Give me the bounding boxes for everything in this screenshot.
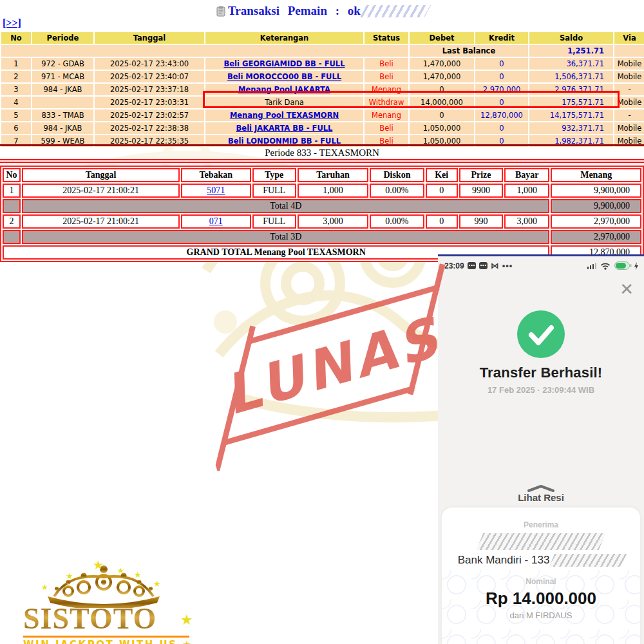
col-debet: Debet — [410, 32, 474, 44]
tebakan-link[interactable]: 5071 — [207, 185, 225, 195]
status-time: 23:09 — [444, 261, 464, 270]
col-via: Via — [614, 32, 644, 44]
cell-tanggal: 2025-02-17 23:03:31 — [95, 97, 204, 108]
keterangan-link[interactable]: Beli MOROCCO00 BB - FULL — [227, 72, 341, 81]
star-icon: ★ — [117, 567, 124, 574]
keterangan-link[interactable]: Beli JAKARTA BB - FULL — [236, 124, 333, 133]
periode-detail-table: No Tanggal Tebakan Type Taruhan Diskon K… — [0, 166, 644, 262]
table-header-row: No Periode Tanggal Keterangan Status Deb… — [1, 32, 644, 44]
censored-account-number — [549, 554, 627, 567]
cell-keterangan: Menang Pool TEXASMORN — [205, 109, 363, 121]
col-tebakan: Tebakan — [181, 168, 251, 182]
table-row: 5 833 - TMAB 2025-02-17 23:02:57 Menang … — [1, 109, 644, 121]
total-spacer — [3, 230, 21, 244]
cell-debet: 1,470,000 — [410, 71, 474, 82]
cell-status: Beli — [365, 58, 408, 70]
cell-debet: 1,050,000 — [410, 122, 474, 134]
chat-icon — [479, 262, 488, 269]
transaction-page: Transaksi Pemain : ok [>>] No Periode Ta… — [0, 0, 644, 644]
transfer-sender: dari M FIRDAUS — [442, 611, 640, 620]
cell-keterangan: Beli JAKARTA BB - FULL — [205, 122, 363, 134]
cell-status: Menang — [365, 109, 408, 121]
col-keterangan: Keterangan — [205, 32, 363, 44]
wifi-icon — [600, 262, 611, 270]
table-row: 1 972 - GDAB 2025-02-17 23:43:00 Beli GE… — [1, 58, 644, 70]
cell-kredit: 0 — [475, 58, 528, 70]
bank-row: Bank Mandiri - 133 — [442, 554, 640, 567]
phone-status-bar: 23:09 ⋈ ••• — [444, 261, 639, 270]
col-prize: Prize — [459, 168, 503, 182]
star-icon: ★ — [153, 580, 161, 588]
cell-kei: 0 — [426, 184, 458, 198]
cell-bayar: 1,000 — [504, 184, 549, 198]
cell-kredit: 0 — [475, 122, 528, 134]
col-kredit: Kredit — [475, 32, 528, 44]
cell-status: Beli — [365, 71, 408, 82]
col-kei: Kei — [426, 168, 458, 182]
censored-recipient-name — [477, 533, 606, 550]
table-row: 6 984 - JKAB 2025-02-17 22:38:38 Beli JA… — [1, 122, 644, 134]
cell-no: 1 — [1, 58, 31, 70]
periode-title: Periode 833 - TEXASMORN — [0, 147, 644, 158]
table-row: 2 971 - MCAB 2025-02-17 23:40:07 Beli MO… — [1, 71, 644, 82]
logo-underline — [23, 636, 189, 638]
sistoto-logo: ★ ★ ★ ★ ★ ★ ★ — [23, 558, 223, 644]
star-icon: ★ — [93, 559, 104, 571]
censored-username — [360, 5, 431, 17]
cell-tanggal: 2025-02-17 21:00:21 — [22, 214, 180, 229]
bank-name: Bank Mandiri - 133 — [458, 554, 550, 567]
col-saldo: Saldo — [529, 32, 613, 44]
keterangan-link[interactable]: Menang Pool JAKARTA — [238, 85, 330, 94]
logo-tagline: WIN JACKPOT WITH US ★ — [23, 639, 223, 644]
cell-no: 3 — [1, 84, 31, 95]
transfer-success-title: Transfer Berhasil! — [438, 365, 644, 381]
cell-saldo: 175,571.71 — [529, 97, 613, 108]
keterangan-link[interactable]: Beli GEORGIAMIDD BB - FULL — [224, 59, 345, 68]
cell-debet: 0 — [410, 84, 474, 95]
phone-screenshot: 23:09 ⋈ ••• ✕ — [438, 254, 644, 644]
cell-via: Mobile — [614, 97, 644, 108]
cell-no: 1 — [3, 184, 21, 198]
col-no: No — [1, 32, 31, 44]
table-row-withdraw: 4 2025-02-17 23:03:31 Tarik Dana Withdra… — [1, 97, 644, 108]
cell-taruhan: 3,000 — [298, 214, 368, 229]
col-type: Type — [252, 168, 296, 182]
nominal-label: Nominal — [442, 577, 640, 586]
table-row: 3 984 - JKAB 2025-02-17 23:37:18 Menang … — [1, 84, 644, 95]
star-icon: ★ — [41, 583, 48, 591]
cell-periode: 971 - MCAB — [32, 71, 93, 82]
transfer-amount: Rp 14.000.000 — [442, 589, 640, 609]
cell-saldo: 36,371.71 — [529, 58, 613, 70]
cell-via: Mobile — [614, 71, 644, 82]
cell-keterangan: Tarik Dana — [205, 97, 363, 108]
tebakan-link[interactable]: 071 — [209, 216, 223, 226]
last-balance-label: Last Balance — [410, 45, 528, 57]
cell-type: FULL — [252, 214, 296, 229]
cell-debet: 1,470,000 — [410, 58, 474, 70]
cell-prize: 9900 — [459, 184, 503, 198]
close-icon[interactable]: ✕ — [620, 281, 634, 298]
star-icon: ★ — [66, 572, 73, 580]
cell-keterangan: Beli GEORGIAMIDD BB - FULL — [205, 58, 363, 70]
lihat-resi-button[interactable]: Lihat Resi — [438, 492, 644, 503]
total-3d-label: Total 3D — [22, 230, 549, 244]
penerima-label: Penerima — [442, 520, 640, 529]
cell-diskon: 0.00% — [370, 184, 424, 198]
keterangan-link[interactable]: Menang Pool TEXASMORN — [230, 111, 339, 120]
cell-periode: 972 - GDAB — [32, 58, 93, 70]
charging-bolt-icon — [634, 262, 639, 270]
cell-keterangan: Menang Pool JAKARTA — [205, 84, 363, 95]
cell-debet: 0 — [410, 109, 474, 121]
cell-via: - — [614, 84, 644, 95]
table-header-row: No Tanggal Tebakan Type Taruhan Diskon K… — [3, 168, 641, 182]
cell-tanggal: 2025-02-17 23:37:18 — [95, 84, 204, 95]
receipt-icon — [216, 6, 225, 17]
cell-no: 4 — [1, 97, 31, 108]
back-nav-link[interactable]: [>>] — [3, 17, 21, 29]
cell-diskon: 0.00% — [370, 214, 424, 229]
bet-row: 2 2025-02-17 21:00:21 071 FULL 3,000 0.0… — [3, 214, 641, 229]
cell-tanggal: 2025-02-17 23:02:57 — [95, 109, 204, 121]
cell-saldo: 932,371.71 — [529, 122, 613, 134]
cell-prize: 990 — [459, 214, 503, 229]
total-3d-row: Total 3D 2,970,000 — [3, 230, 641, 244]
